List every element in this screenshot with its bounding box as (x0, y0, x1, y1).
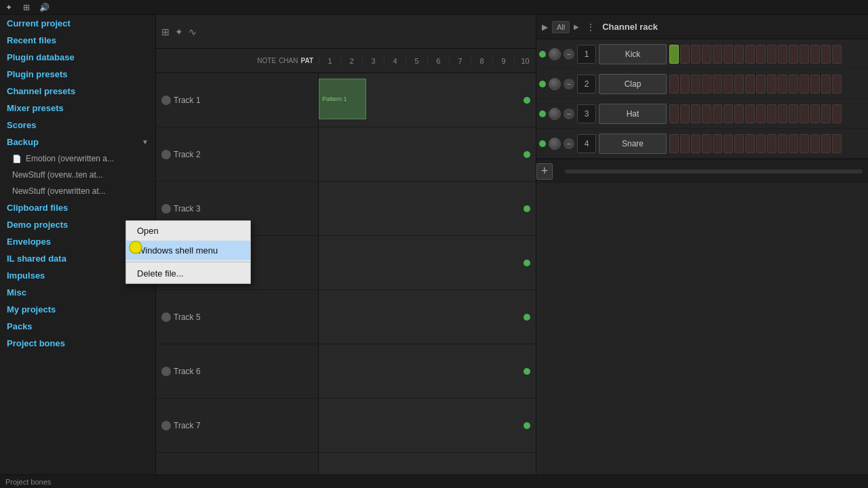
ch-pad[interactable] (810, 75, 820, 94)
ch-pad[interactable] (800, 134, 809, 153)
sidebar-item-packs[interactable]: Packs (0, 318, 155, 335)
ch-pad[interactable] (691, 75, 701, 94)
ch-pad[interactable] (669, 134, 679, 153)
ch-pad[interactable] (745, 75, 755, 94)
ch-volume-knob-kick[interactable] (549, 48, 561, 60)
ch-pad[interactable] (669, 104, 679, 123)
ch-pad[interactable] (702, 104, 711, 123)
ch-volume-knob-snare[interactable] (549, 138, 561, 150)
scrollbar-stub[interactable] (565, 169, 863, 174)
ch-pad[interactable] (734, 45, 744, 64)
ch-pad[interactable] (734, 75, 744, 94)
ch-pan-btn-hat[interactable]: − (564, 108, 574, 119)
toolbar-icon-grid[interactable]: ⊞ (20, 1, 33, 14)
sidebar-item-plugin-database[interactable]: Plugin database (0, 49, 155, 66)
ch-name-snare[interactable]: Snare (599, 134, 667, 154)
ch-pad[interactable] (680, 104, 690, 123)
ch-pad[interactable] (669, 75, 679, 94)
ch-name-clap[interactable]: Clap (599, 74, 667, 94)
sidebar-item-channel-presets[interactable]: Channel presets (0, 83, 155, 100)
play-icon[interactable]: ▶ (542, 22, 548, 32)
ch-pad[interactable] (724, 75, 733, 94)
track-content-6[interactable] (319, 344, 536, 398)
sidebar-item-current-project[interactable]: Current project (0, 15, 155, 32)
ch-active-dot-clap[interactable] (539, 81, 546, 87)
ch-pad[interactable] (821, 104, 831, 123)
ch-pad[interactable] (821, 134, 831, 153)
ch-pad[interactable] (756, 134, 766, 153)
ch-pad[interactable] (734, 104, 744, 123)
track-content-3[interactable] (319, 182, 536, 235)
pattern1-block[interactable]: Pattern 1 (319, 79, 366, 119)
sidebar-item-misc[interactable]: Misc (0, 284, 155, 301)
track-play-btn-7[interactable] (161, 421, 171, 430)
ch-pad[interactable] (810, 134, 820, 153)
track-play-btn-1[interactable] (161, 96, 171, 105)
track-content-7[interactable] (319, 399, 536, 452)
ch-pad[interactable] (821, 75, 831, 94)
ch-pad[interactable] (680, 45, 690, 64)
ch-pad[interactable] (778, 75, 787, 94)
ch-pad[interactable] (734, 134, 744, 153)
ch-pad[interactable] (702, 75, 711, 94)
all-button[interactable]: All (552, 21, 570, 33)
ch-pad[interactable] (832, 134, 842, 153)
track-play-btn-3[interactable] (161, 204, 171, 214)
sidebar-item-my-projects[interactable]: My projects (0, 301, 155, 318)
ch-pad[interactable] (713, 45, 722, 64)
ch-pad[interactable] (789, 104, 798, 123)
context-menu-item-open[interactable]: Open (126, 221, 250, 241)
ch-pad[interactable] (810, 45, 820, 64)
sidebar-item-newstuff2[interactable]: NewStuff (overwritten at... (0, 183, 155, 199)
sidebar-item-mixer-presets[interactable]: Mixer presets (0, 100, 155, 117)
ch-pad[interactable] (669, 45, 679, 64)
sidebar-item-emotion[interactable]: 📄 Emotion (overwritten a... (0, 150, 155, 167)
ch-pad[interactable] (713, 104, 722, 123)
ch-pad[interactable] (691, 104, 701, 123)
sidebar-item-scores[interactable]: Scores (0, 117, 155, 134)
ch-volume-knob-hat[interactable] (549, 108, 561, 120)
ch-active-dot-kick[interactable] (539, 51, 546, 58)
ch-active-dot-snare[interactable] (539, 140, 546, 147)
ch-pad[interactable] (767, 104, 776, 123)
ch-pan-btn-kick[interactable]: − (564, 49, 574, 60)
track-play-btn-2[interactable] (161, 150, 171, 159)
sidebar-item-recent-files[interactable]: Recent files (0, 32, 155, 49)
context-menu-item-windows-shell[interactable]: Windows shell menu (126, 241, 250, 260)
ch-pad[interactable] (778, 45, 787, 64)
sidebar-item-backup[interactable]: Backup ▼ (0, 134, 155, 150)
ch-pad[interactable] (756, 45, 766, 64)
ch-pad[interactable] (767, 75, 776, 94)
ch-pad[interactable] (832, 75, 842, 94)
ch-pad[interactable] (724, 45, 733, 64)
sidebar-item-newstuff1[interactable]: NewStuff (overw..ten at... (0, 167, 155, 183)
ch-volume-knob-clap[interactable] (549, 78, 561, 90)
ch-active-dot-hat[interactable] (539, 110, 546, 117)
ch-pad[interactable] (821, 45, 831, 64)
toolbar-icon-audio[interactable]: 🔊 (38, 1, 50, 14)
ch-pad[interactable] (756, 104, 766, 123)
track-play-btn-6[interactable] (161, 367, 171, 376)
ch-pad[interactable] (800, 75, 809, 94)
ch-pad[interactable] (767, 134, 776, 153)
ch-pad[interactable] (702, 134, 711, 153)
move-icon[interactable]: ✦ (175, 26, 183, 37)
ch-pan-btn-snare[interactable]: − (564, 138, 574, 149)
add-channel-button[interactable]: + (536, 163, 553, 180)
ch-pad[interactable] (745, 45, 755, 64)
track-content-2[interactable] (319, 127, 536, 181)
ch-pad[interactable] (713, 75, 722, 94)
ch-pad[interactable] (810, 104, 820, 123)
ch-pad[interactable] (724, 134, 733, 153)
piano-roll-icon[interactable]: ⊞ (161, 26, 170, 37)
sidebar-item-project-bones[interactable]: Project bones (0, 335, 155, 352)
ch-pad[interactable] (800, 45, 809, 64)
ch-pad[interactable] (680, 75, 690, 94)
menu-icon[interactable]: ⋮ (586, 22, 595, 33)
ch-pad[interactable] (767, 45, 776, 64)
ch-pad[interactable] (702, 45, 711, 64)
ch-pad[interactable] (691, 134, 701, 153)
track-play-btn-5[interactable] (161, 312, 171, 322)
ch-pad[interactable] (756, 75, 766, 94)
ch-pad[interactable] (691, 45, 701, 64)
